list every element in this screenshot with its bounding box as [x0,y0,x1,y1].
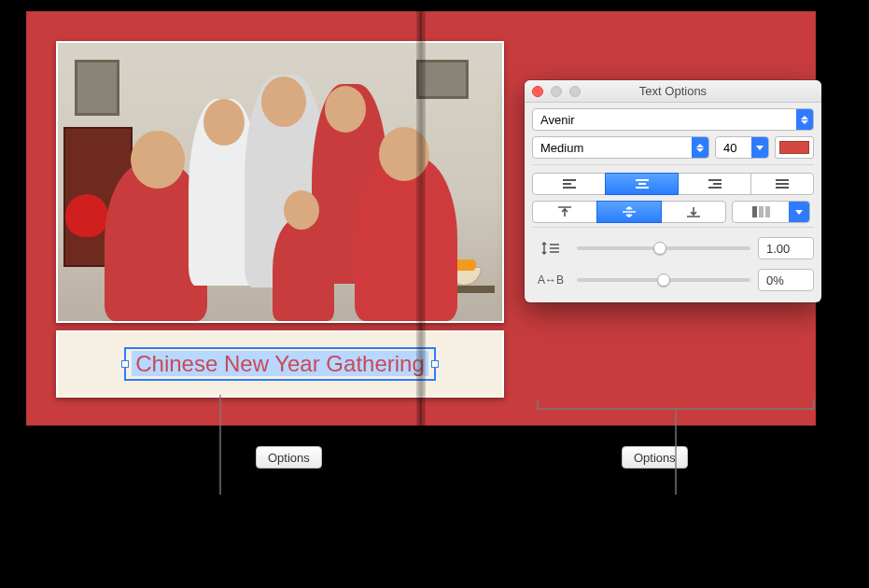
char-spacing-value[interactable]: 0% [758,269,814,291]
window-minimize-button[interactable] [551,86,562,97]
font-size-value: 40 [723,141,736,155]
options-pill-right[interactable]: Options [622,446,688,469]
align-center-icon [635,178,650,189]
text-color-swatch[interactable] [775,136,814,159]
slider-thumb[interactable] [657,273,670,287]
align-left-icon [562,178,577,189]
options-pill-left[interactable]: Options [256,446,322,469]
font-family-select[interactable]: Avenir [532,108,814,131]
photo-frame[interactable] [56,41,504,323]
divider [532,227,814,228]
divider [532,164,814,165]
chevron-down-icon [751,137,768,158]
align-justify-button[interactable] [750,173,814,195]
stepper-arrows-icon [692,137,708,158]
stepper-arrows-icon [796,109,813,130]
line-spacing-slider[interactable] [577,239,750,258]
caption-text-box[interactable]: Chinese New Year Gathering [124,347,436,381]
slider-thumb[interactable] [653,242,666,255]
color-sample-icon [779,141,809,154]
caption-text[interactable]: Chinese New Year Gathering [132,351,428,376]
text-options-panel[interactable]: Text Options Avenir Medium 40 [525,80,821,302]
valign-bottom-icon [686,206,701,217]
align-center-button[interactable] [605,173,679,195]
valign-top-icon [557,206,572,217]
char-spacing-slider[interactable] [577,271,750,289]
font-weight-value: Medium [540,141,583,155]
columns-icon [733,202,789,222]
align-left-button[interactable] [532,173,606,195]
window-zoom-button[interactable] [569,86,581,97]
font-weight-select[interactable]: Medium [532,136,709,159]
resize-handle-right[interactable] [431,360,439,368]
font-size-select[interactable]: 40 [715,136,769,159]
char-spacing-label: A↔B [532,273,569,287]
valign-middle-button[interactable] [596,201,662,223]
line-spacing-value[interactable]: 1.00 [758,237,814,259]
resize-handle-left[interactable] [121,360,129,368]
caption-frame[interactable]: Chinese New Year Gathering [56,330,504,398]
valign-middle-icon [622,206,637,217]
book-page-left: Chinese New Year Gathering [26,11,421,426]
photo-family-scene [58,43,502,321]
options-label: Options [634,451,676,465]
align-justify-icon [775,178,790,189]
window-close-button[interactable] [532,86,543,97]
valign-top-button[interactable] [532,201,597,223]
options-label: Options [268,451,310,465]
line-spacing-icon [532,241,569,256]
panel-titlebar[interactable]: Text Options [525,80,821,103]
align-right-button[interactable] [678,173,751,195]
font-family-value: Avenir [540,113,575,127]
chevron-down-icon [789,202,809,222]
valign-bottom-button[interactable] [661,201,726,223]
align-right-icon [708,178,722,189]
columns-select[interactable] [732,201,810,223]
